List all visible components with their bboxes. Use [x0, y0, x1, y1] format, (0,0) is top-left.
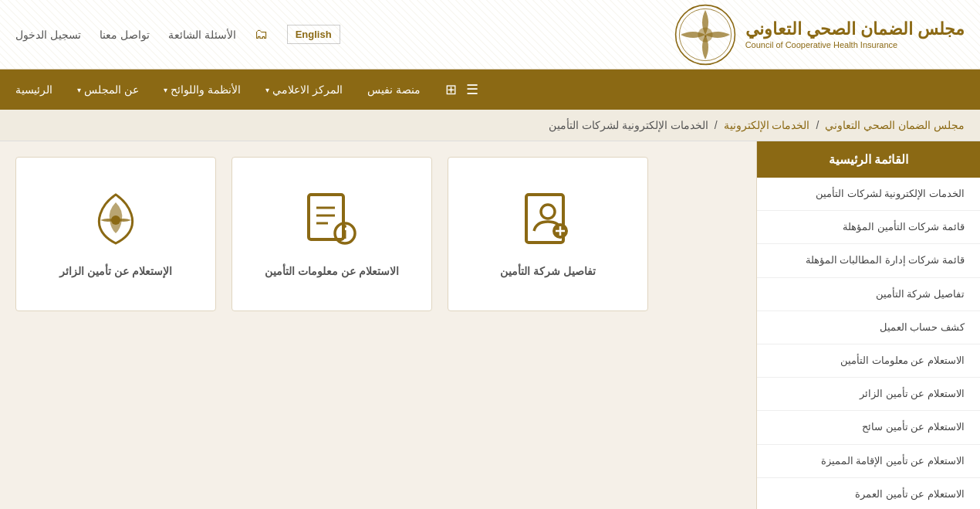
- logo-drop-icon: [85, 191, 147, 253]
- sitemap-icon[interactable]: 🗂: [255, 26, 269, 42]
- card-insurance-info-label: الاستعلام عن معلومات التأمين: [265, 265, 399, 277]
- main-navbar: ☰ ⊞ منصة نفيس المركز الاعلامي ▾ الأنظمة …: [0, 70, 980, 110]
- svg-rect-9: [309, 195, 343, 239]
- card-visitor-insurance-label: الإستعلام عن تأمين الزائر: [59, 265, 172, 277]
- svg-text:✦: ✦: [703, 33, 707, 39]
- sidebar-item-5[interactable]: كشف حساب العميل: [757, 311, 980, 344]
- breadcrumb: مجلس الضمان الصحي التعاوني / الخدمات الإ…: [0, 110, 980, 141]
- site-header: مجلس الضمان الصحي التعاوني Council of Co…: [0, 0, 980, 70]
- grid-icon-button[interactable]: ⊞: [445, 81, 457, 98]
- regulations-dropdown-arrow: ▾: [164, 86, 167, 94]
- logo-english-text: Council of Cooperative Health Insurance: [745, 40, 965, 49]
- content-area: تفاصيل شركة التأمين: [0, 141, 756, 509]
- sidebar-item-2[interactable]: قائمة شركات التأمين المؤهلة: [757, 211, 980, 244]
- sidebar-item-1[interactable]: الخدمات الإلكترونية لشركات التأمين: [757, 178, 980, 211]
- main-container: القائمة الرئيسية الخدمات الإلكترونية لشر…: [0, 141, 980, 509]
- faq-link[interactable]: الأسئلة الشائعة: [168, 29, 236, 41]
- cards-grid: تفاصيل شركة التأمين: [15, 157, 741, 311]
- sidebar-item-8[interactable]: الاستعلام عن تأمين سائح: [757, 411, 980, 444]
- sidebar: القائمة الرئيسية الخدمات الإلكترونية لشر…: [756, 141, 980, 509]
- sidebar-item-4[interactable]: تفاصيل شركة التأمين: [757, 278, 980, 311]
- sidebar-item-3[interactable]: قائمة شركات إدارة المطالبات المؤهلة: [757, 244, 980, 277]
- contact-link[interactable]: تواصل معنا: [100, 29, 150, 41]
- media-dropdown-arrow: ▾: [265, 86, 269, 94]
- menu-icon-button[interactable]: ☰: [466, 81, 478, 98]
- logo-text: مجلس الضمان الصحي التعاوني Council of Co…: [745, 19, 965, 49]
- breadcrumb-sep-2: /: [715, 119, 718, 131]
- sidebar-item-10[interactable]: الاستعلام عن تأمين العمرة: [757, 478, 980, 509]
- home-nav-link[interactable]: الرئيسية: [15, 83, 52, 96]
- card-insurance-details[interactable]: تفاصيل شركة التأمين: [448, 157, 648, 311]
- sidebar-item-7[interactable]: الاستعلام عن تأمين الزائر: [757, 378, 980, 411]
- login-link[interactable]: تسجيل الدخول: [15, 29, 81, 41]
- header-nav: English 🗂 الأسئلة الشائعة تواصل معنا تسج…: [15, 25, 340, 44]
- svg-point-16: [111, 215, 120, 225]
- sidebar-item-9[interactable]: الاستعلام عن تأمين الإقامة المميزة: [757, 445, 980, 478]
- english-link[interactable]: English: [287, 25, 340, 44]
- nafees-nav-link[interactable]: منصة نفيس: [367, 83, 421, 96]
- card-visitor-insurance[interactable]: الإستعلام عن تأمين الزائر: [15, 157, 216, 311]
- regulations-nav-link[interactable]: الأنظمة واللوائح ▾: [164, 83, 241, 96]
- logo-block: مجلس الضمان الصحي التعاوني Council of Co…: [674, 4, 965, 66]
- sidebar-title: القائمة الرئيسية: [757, 141, 980, 178]
- logo-arabic-text: مجلس الضمان الصحي التعاوني: [745, 19, 965, 39]
- person-card-icon: [517, 191, 579, 253]
- media-nav-link[interactable]: المركز الاعلامي ▾: [265, 83, 343, 96]
- breadcrumb-current-page: الخدمات الإلكترونية لشركات التأمين: [549, 119, 708, 131]
- document-info-icon: [301, 191, 363, 253]
- navbar-icons-group: ☰ ⊞: [445, 81, 478, 98]
- about-dropdown-arrow: ▾: [77, 86, 81, 94]
- logo-emblem: ✦: [674, 4, 736, 66]
- sidebar-item-6[interactable]: الاستعلام عن معلومات التأمين: [757, 344, 980, 378]
- about-nav-link[interactable]: عن المجلس ▾: [77, 83, 139, 96]
- svg-point-15: [343, 225, 346, 228]
- svg-point-5: [541, 205, 555, 219]
- breadcrumb-sep-1: /: [816, 119, 819, 131]
- card-insurance-info[interactable]: الاستعلام عن معلومات التأمين: [231, 157, 432, 311]
- breadcrumb-eservices-link[interactable]: الخدمات الإلكترونية: [724, 119, 810, 131]
- breadcrumb-home-link[interactable]: مجلس الضمان الصحي التعاوني: [825, 119, 965, 131]
- card-insurance-details-label: تفاصيل شركة التأمين: [500, 265, 596, 277]
